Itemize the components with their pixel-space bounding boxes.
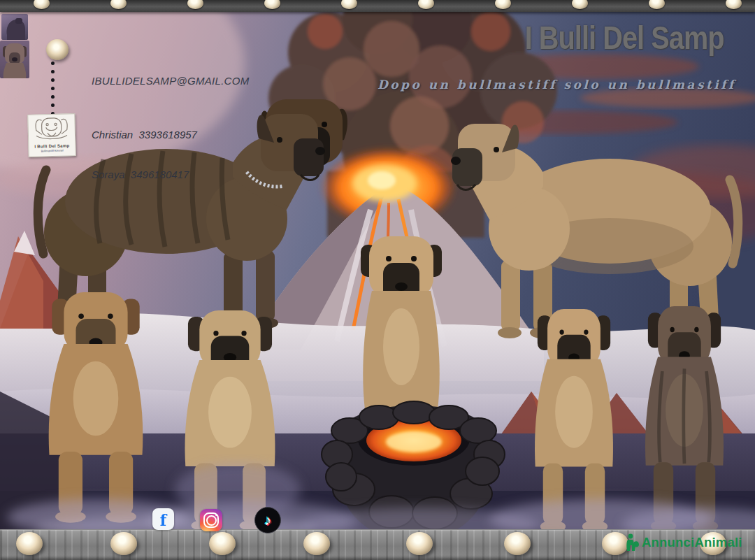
stud-icon xyxy=(406,532,433,555)
rivet-icon xyxy=(110,0,127,9)
phone-numbers: Christian 3393618957 Soraya 3496180417 xyxy=(92,101,197,208)
tagline: Dopo un bullmastiff solo un bullmastiff xyxy=(378,78,727,92)
phone-soraya: Soraya 3496180417 xyxy=(92,168,197,181)
facebook-glyph: f xyxy=(160,511,166,529)
rivet-icon xyxy=(726,0,742,9)
annuncianimali-icon xyxy=(624,533,640,552)
instagram-icon[interactable] xyxy=(200,509,222,531)
metal-border-top xyxy=(0,0,755,12)
instagram-camera-dot xyxy=(215,514,217,516)
poster: I Bulli Del Samp Bullmastiff Kennel I Bu… xyxy=(0,0,755,560)
instagram-camera-lens xyxy=(206,515,217,526)
page-title: I Bulli Del Samp xyxy=(525,20,724,57)
kennel-logo-sketch xyxy=(29,114,74,142)
rivet-icon xyxy=(495,0,511,9)
corner-photo-2 xyxy=(0,41,29,78)
kennel-logo: I Bulli Del Samp Bullmastiff Kennel xyxy=(27,113,76,157)
rivet-icon xyxy=(264,0,280,9)
corner-photo-1 xyxy=(1,14,28,40)
stud-icon xyxy=(110,532,137,555)
rivet-icon xyxy=(34,0,50,9)
stud-icon xyxy=(209,532,236,555)
stud-icon xyxy=(16,532,43,555)
rivet-icon xyxy=(341,0,357,9)
tiktok-icon[interactable]: ♪ xyxy=(254,507,281,533)
dotted-line xyxy=(51,62,55,115)
rivet-icon xyxy=(572,0,588,9)
annuncianimali-label: AnnunciAnimali xyxy=(642,535,742,550)
tiktok-note-glyph: ♪ xyxy=(264,513,271,527)
facebook-icon[interactable]: f xyxy=(152,508,174,530)
stud-icon xyxy=(303,532,330,555)
rivet-icon xyxy=(649,0,665,9)
phone-christian: Christian 3393618957 xyxy=(92,128,197,141)
email-text: IBULLIDELSAMP@GMAIL.COM xyxy=(92,75,250,87)
annuncianimali-watermark[interactable]: AnnunciAnimali xyxy=(624,532,742,553)
rivet-icon xyxy=(418,0,434,9)
metal-stud xyxy=(46,39,69,60)
stud-icon xyxy=(504,532,531,555)
rivet-icon xyxy=(187,0,203,9)
